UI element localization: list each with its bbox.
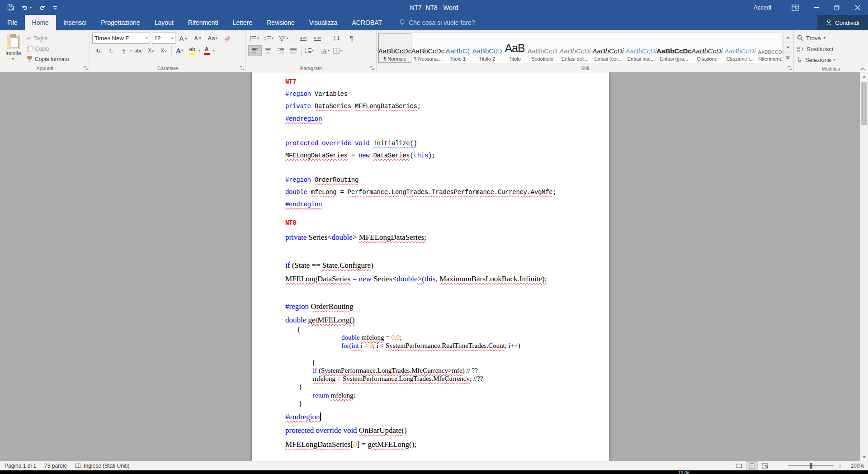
clipboard-dialog-launcher-icon[interactable] [84, 66, 88, 71]
font-size-combo[interactable]: 12 ▾ [152, 33, 175, 44]
code-line-3[interactable]: private DataSeries MFELongDataSeries; [285, 103, 421, 110]
code-line-23[interactable]: return mfelong; [313, 392, 355, 399]
show-paragraph-marks-button[interactable]: ¶ [345, 33, 358, 43]
font-family-dropdown-icon[interactable]: ▾ [146, 37, 148, 40]
tell-me-search[interactable]: Che cosa si vuole fare? [399, 15, 475, 30]
multilevel-list-button[interactable]: ▾ [277, 33, 290, 43]
code-line-21[interactable]: mfelong = SystemPerformance.LongTrades.M… [313, 375, 483, 383]
collapse-ribbon-icon[interactable] [860, 67, 865, 71]
scrollbar-thumb[interactable] [861, 82, 867, 125]
align-right-button[interactable] [274, 46, 287, 56]
code-line-5[interactable]: protected override void Initialize() [285, 140, 417, 147]
print-layout-icon[interactable] [746, 461, 758, 470]
tab-progettazione[interactable]: Progettazione [94, 15, 147, 30]
style-item-11[interactable]: AaBbCcDiCitazione [691, 33, 724, 63]
share-button[interactable]: Condividi [817, 15, 868, 30]
code-line-13[interactable]: MFELongDataSeries = new Series<double>(t… [285, 275, 547, 284]
tab-riferimenti[interactable]: Riferimenti [181, 15, 226, 30]
align-left-button[interactable] [248, 45, 262, 56]
code-line-9[interactable]: #endregion [285, 201, 322, 208]
tab-lettere[interactable]: Lettere [226, 15, 260, 30]
font-color-button[interactable]: A [200, 46, 213, 56]
superscript-button[interactable]: X2 [157, 46, 170, 56]
styles-dialog-launcher-icon[interactable] [788, 66, 792, 71]
zoom-slider-thumb[interactable] [810, 463, 812, 469]
page-indicator[interactable]: Pagina 1 di 1 [5, 463, 36, 469]
tab-home[interactable]: Home [25, 15, 56, 30]
code-line-11[interactable]: private Series<double> MFELongDataSeries… [285, 233, 426, 242]
styles-gallery-more-icon[interactable] [783, 53, 792, 63]
ribbon-display-options-icon[interactable] [785, 0, 806, 15]
code-line-4[interactable]: #endregion [285, 116, 322, 123]
code-line-17[interactable]: double mfelong = 0.0; [341, 334, 401, 341]
paragraph-dialog-launcher-icon[interactable] [370, 66, 375, 71]
scroll-up-icon[interactable] [860, 72, 868, 80]
code-line-16[interactable]: { [297, 326, 300, 333]
tab-visualizza[interactable]: Visualizza [302, 15, 345, 30]
font-dialog-launcher-icon[interactable] [240, 66, 244, 71]
cut-button[interactable]: ✂ Taglia [25, 33, 71, 43]
zoom-level[interactable]: 100% [846, 463, 864, 469]
bold-button[interactable]: G [92, 46, 105, 56]
code-line-19[interactable]: { [312, 359, 315, 366]
increase-indent-button[interactable] [311, 33, 324, 43]
paste-dropdown-icon[interactable]: ▾ [12, 57, 14, 61]
select-button[interactable]: Seleziona ▾ [795, 54, 867, 65]
redo-button[interactable] [39, 5, 46, 11]
line-spacing-button[interactable]: ▾ [303, 46, 316, 56]
find-button[interactable]: Trova ▾ [795, 33, 867, 43]
style-item-10[interactable]: AaBbCcDcEnfasi (gra... [658, 33, 691, 63]
styles-scroll-down-icon[interactable] [783, 43, 792, 53]
sign-in-button[interactable]: Accedi [754, 0, 771, 15]
highlight-button[interactable]: ab [186, 46, 198, 56]
code-line-15[interactable]: double getMFELong() [285, 316, 354, 325]
bullets-button[interactable]: ▾ [248, 33, 261, 43]
styles-scroll-up-icon[interactable] [783, 33, 792, 43]
style-item-1[interactable]: AaBbCcDc¶ Normale [378, 33, 411, 63]
code-line-22[interactable]: } [299, 383, 302, 391]
style-item-6[interactable]: AaBbCcDSottotitolo [526, 33, 559, 63]
style-item-9[interactable]: AaBbCcDiEnfasi inte... [625, 33, 658, 63]
read-mode-icon[interactable] [733, 462, 744, 470]
zoom-slider[interactable] [788, 465, 834, 466]
code-line-7[interactable]: #region OrderRouting [285, 177, 359, 184]
sort-button[interactable]: AZ [330, 33, 343, 43]
style-item-8[interactable]: AaBbCcDiEnfasi (cor... [592, 33, 625, 63]
justify-button[interactable] [287, 46, 300, 56]
grow-font-button[interactable]: A▲ [177, 33, 190, 43]
tab-file[interactable]: File [0, 15, 25, 30]
close-button[interactable] [847, 0, 868, 15]
decrease-indent-button[interactable] [297, 33, 309, 43]
scroll-down-icon[interactable] [860, 453, 868, 461]
zoom-in-button[interactable]: + [837, 462, 843, 469]
shrink-font-button[interactable]: A▼ [192, 33, 204, 43]
font-family-combo[interactable]: Times New F ▾ [92, 33, 150, 44]
text-effects-button[interactable]: A▾ [173, 46, 186, 56]
code-line-12[interactable]: if (State == State.Configure) [285, 261, 373, 270]
code-line-1[interactable]: NT7 [285, 79, 296, 85]
style-item-5[interactable]: AaBTitolo [503, 33, 526, 63]
strikethrough-button[interactable]: abc [132, 46, 145, 56]
code-line-24[interactable]: } [299, 400, 302, 408]
code-line-27[interactable]: MFELongDataSeries[0] = getMFELong(); [285, 441, 416, 449]
change-case-button[interactable]: Aa▾ [206, 33, 219, 43]
align-center-button[interactable] [262, 46, 274, 56]
code-line-18[interactable]: for(int i = 0; i < SystemPerformance.Rea… [341, 342, 520, 350]
style-item-12[interactable]: AaBbCcDiCitazione i... [724, 33, 757, 63]
vertical-scrollbar[interactable] [860, 72, 868, 461]
clear-formatting-button[interactable] [221, 33, 233, 43]
code-line-8[interactable]: double mfeLong = Performance.LongTrades.… [285, 189, 557, 196]
tab-layout[interactable]: Layout [147, 15, 181, 30]
style-item-13[interactable]: AABBCCDDRiferiment... [757, 33, 783, 63]
word-count[interactable]: 73 parole [44, 463, 67, 469]
save-icon[interactable] [7, 4, 14, 11]
format-painter-button[interactable]: Copia formato [25, 54, 71, 64]
numbering-button[interactable]: 123 ▾ [263, 33, 275, 43]
code-line-25[interactable]: #endregion [285, 412, 321, 422]
underline-button[interactable]: S [118, 46, 130, 56]
tab-acrobat[interactable]: ACROBAT [345, 15, 390, 30]
tab-revisione[interactable]: Revisione [259, 15, 302, 30]
undo-dropdown-icon[interactable]: ▾ [30, 6, 32, 9]
style-item-3[interactable]: AaBbC(Titolo 1 [444, 33, 471, 63]
style-item-7[interactable]: AaBbCcDiEnfasi deli... [559, 33, 592, 63]
